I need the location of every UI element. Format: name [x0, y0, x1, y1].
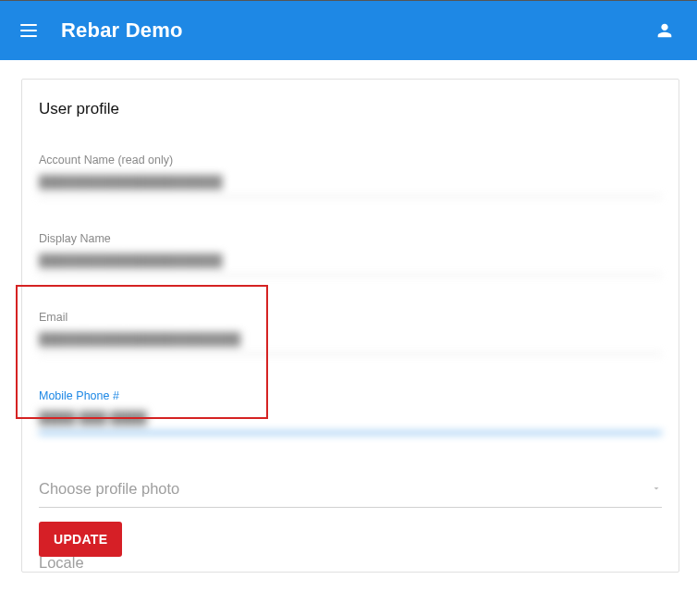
user-avatar-icon[interactable] [651, 17, 679, 44]
email-field: Email [39, 311, 662, 354]
account-name-label: Account Name (read only) [39, 154, 662, 166]
mobile-phone-label: Mobile Phone # [39, 389, 662, 402]
display-name-label: Display Name [39, 232, 662, 245]
mobile-phone-input[interactable] [39, 408, 662, 434]
display-name-input[interactable] [39, 251, 662, 276]
caret-down-icon [651, 481, 662, 498]
app-title: Rebar Demo [61, 18, 183, 43]
app-bar: Rebar Demo [0, 1, 697, 60]
display-name-field: Display Name [39, 232, 662, 276]
email-label: Email [39, 311, 662, 324]
profile-photo-select[interactable]: Choose profile photo [39, 478, 662, 508]
profile-photo-placeholder: Choose profile photo [39, 480, 651, 498]
locale-label: Locale [39, 554, 662, 572]
hamburger-menu-icon[interactable] [20, 20, 41, 41]
account-name-input [39, 172, 662, 197]
account-name-field: Account Name (read only) [39, 154, 662, 197]
update-button[interactable]: UPDATE [39, 522, 122, 557]
mobile-phone-field: Mobile Phone # [39, 389, 662, 434]
card-title: User profile [39, 100, 662, 118]
user-profile-card: User profile Account Name (read only) Di… [21, 79, 679, 573]
email-input[interactable] [39, 329, 662, 354]
